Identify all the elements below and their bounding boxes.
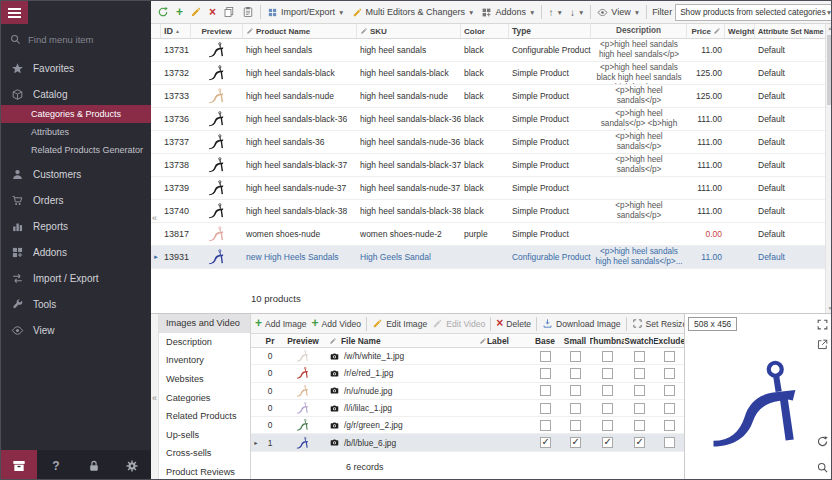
sidebar-item[interactable]: Categories & Products: [1, 105, 151, 123]
settings-button[interactable]: [113, 459, 151, 473]
column-header-file-name[interactable]: File Name: [327, 336, 477, 346]
product-row[interactable]: 13732 high heel sandals-black high heel …: [151, 62, 825, 85]
edit-video-button[interactable]: Edit Video: [430, 316, 487, 331]
column-header-preview[interactable]: Preview: [279, 336, 327, 346]
collapse-panel-handle[interactable]: «: [152, 213, 157, 223]
collapse-panel-handle[interactable]: «: [151, 314, 159, 480]
copy-button[interactable]: [220, 4, 238, 20]
sort-ascending-button[interactable]: ↑▼: [545, 5, 565, 20]
detail-tab[interactable]: Cross-sells: [159, 444, 250, 463]
swatch-checkbox[interactable]: [634, 420, 645, 431]
small-checkbox[interactable]: [570, 403, 581, 414]
scroll-down-arrow[interactable]: ▼: [826, 304, 832, 313]
base-checkbox[interactable]: [540, 368, 551, 379]
detail-tab[interactable]: Categories: [159, 388, 250, 407]
column-header-label[interactable]: Label: [477, 336, 530, 346]
sidebar-item[interactable]: Attributes: [1, 123, 151, 141]
column-header-id[interactable]: ID▲: [161, 24, 191, 38]
scroll-up-arrow[interactable]: ▲: [826, 24, 832, 33]
detail-tab[interactable]: Websites: [159, 370, 250, 389]
open-external-icon[interactable]: [816, 338, 829, 351]
edit-product-button[interactable]: [187, 4, 205, 20]
sidebar-item[interactable]: Tools: [1, 293, 151, 315]
thumbnail-checkbox[interactable]: [602, 437, 613, 448]
column-header-price[interactable]: Price: [687, 24, 725, 38]
swatch-checkbox[interactable]: [634, 437, 645, 448]
detail-tab[interactable]: Images and Video: [159, 314, 250, 333]
vertical-scrollbar[interactable]: ▲ ▼: [825, 24, 832, 313]
exclude-checkbox[interactable]: [664, 437, 675, 448]
sidebar-item[interactable]: Favorites: [1, 57, 151, 79]
detail-tab[interactable]: Inventory: [159, 351, 250, 370]
small-checkbox[interactable]: [570, 368, 581, 379]
help-button[interactable]: ?: [37, 459, 75, 473]
product-row[interactable]: 13731 high heel sandals high heel sandal…: [151, 39, 825, 62]
edit-image-button[interactable]: Edit Image: [370, 316, 429, 331]
product-row[interactable]: ► 13931 new High Heels Sandals High Geel…: [151, 246, 825, 269]
product-row[interactable]: 13738 high heel sandals-black-37 high he…: [151, 154, 825, 177]
column-header-weight[interactable]: Weight: [725, 24, 755, 38]
detail-tab[interactable]: Description: [159, 333, 250, 352]
fullscreen-icon[interactable]: [816, 318, 829, 331]
sidebar-item[interactable]: Catalog: [1, 83, 151, 105]
column-header-pr[interactable]: Pr: [261, 336, 279, 346]
sidebar-item[interactable]: View: [1, 319, 151, 341]
column-header-type[interactable]: Type: [509, 24, 591, 38]
detail-tab[interactable]: Related Products: [159, 407, 250, 426]
column-header-swatch[interactable]: Swatch: [624, 336, 654, 346]
sidebar-item[interactable]: Reports: [1, 215, 151, 237]
paste-button[interactable]: [239, 4, 257, 20]
sidebar-item[interactable]: Import / Export: [1, 267, 151, 289]
view-button[interactable]: View ▼: [594, 5, 643, 20]
base-checkbox[interactable]: [540, 437, 551, 448]
sidebar-item[interactable]: Addons: [1, 241, 151, 263]
image-row[interactable]: 0 /l/i/lilac_1.jpg: [251, 400, 684, 417]
column-header-description[interactable]: Description: [591, 24, 687, 38]
filter-select[interactable]: Show products from selected categories ▼: [675, 4, 832, 21]
column-header-preview[interactable]: Preview: [191, 24, 243, 38]
column-header-thumbnail[interactable]: Thumbna: [590, 336, 624, 346]
sidebar-item[interactable]: Customers: [1, 163, 151, 185]
add-image-button[interactable]: +Add Image: [253, 316, 309, 331]
add-product-button[interactable]: +: [173, 5, 186, 20]
image-row[interactable]: 0 /w/h/white_1.jpg: [251, 348, 684, 365]
column-header-sku[interactable]: SKU: [357, 24, 461, 38]
store-button[interactable]: [1, 450, 37, 480]
sidebar-search[interactable]: Find menu item: [1, 29, 151, 49]
image-row[interactable]: 0 /g/r/green_2.jpg: [251, 417, 684, 434]
thumbnail-checkbox[interactable]: [602, 368, 613, 379]
column-header-attribute-set[interactable]: Attribute Set Name: [755, 24, 825, 38]
product-row[interactable]: 13737 high heel sandals-36 high heel san…: [151, 131, 825, 154]
swatch-checkbox[interactable]: [634, 368, 645, 379]
thumbnail-checkbox[interactable]: [602, 420, 613, 431]
delete-image-button[interactable]: ×Delete: [494, 316, 533, 331]
product-row[interactable]: 13817 women shoes-nude women shoes-nude-…: [151, 223, 825, 246]
column-header-product-name[interactable]: Product Name: [243, 24, 357, 38]
lock-button[interactable]: [75, 459, 113, 473]
hamburger-menu-button[interactable]: [1, 1, 28, 24]
product-row[interactable]: 13739 high heel sandals-nude-37 high hee…: [151, 177, 825, 200]
column-header-exclude[interactable]: Exclude: [654, 336, 684, 346]
addons-button[interactable]: Addons ▼: [478, 5, 538, 20]
base-checkbox[interactable]: [540, 385, 551, 396]
sidebar-item[interactable]: Related Products Generator: [1, 141, 151, 159]
download-image-button[interactable]: Download Image: [540, 316, 623, 331]
import-export-button[interactable]: Import/Export ▼: [264, 5, 347, 20]
swatch-checkbox[interactable]: [634, 403, 645, 414]
image-row[interactable]: 0 /n/u/nude.jpg: [251, 383, 684, 400]
set-resize-rule-button[interactable]: Set Resize Rule▼: [630, 316, 684, 331]
thumbnail-checkbox[interactable]: [602, 403, 613, 414]
column-header-color[interactable]: Color: [461, 24, 509, 38]
product-row[interactable]: 13740 high heel sandals-black-38 high he…: [151, 200, 825, 223]
product-row[interactable]: 13736 high heel sandals-black-36 high he…: [151, 108, 825, 131]
delete-product-button[interactable]: ×: [206, 5, 219, 20]
exclude-checkbox[interactable]: [664, 368, 675, 379]
column-header-base[interactable]: Base: [530, 336, 560, 346]
sidebar-item[interactable]: Orders: [1, 189, 151, 211]
sort-descending-button[interactable]: ↓▼: [567, 5, 587, 20]
thumbnail-checkbox[interactable]: [602, 351, 613, 362]
exclude-checkbox[interactable]: [664, 420, 675, 431]
base-checkbox[interactable]: [540, 351, 551, 362]
detail-tab[interactable]: Up-sells: [159, 426, 250, 445]
swatch-checkbox[interactable]: [634, 351, 645, 362]
